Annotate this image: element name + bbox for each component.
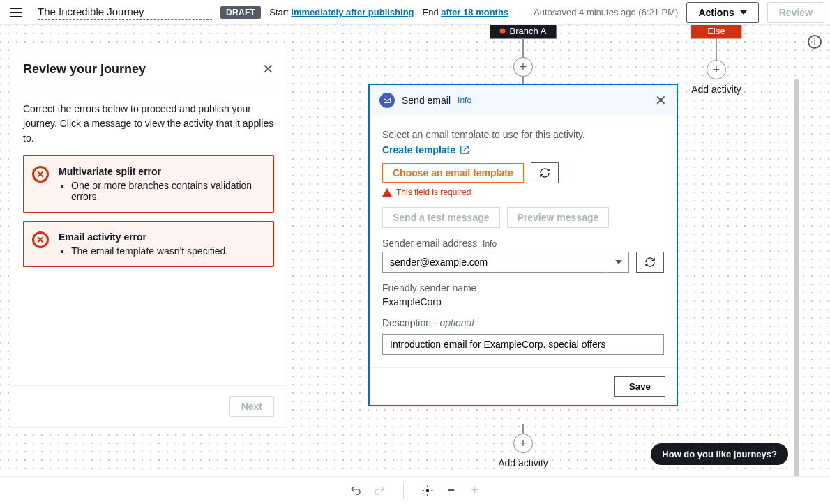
error-icon: ✕ (32, 166, 49, 183)
friendly-name-value: ExampleCorp (382, 296, 664, 307)
end-label: End (423, 7, 439, 17)
info-icon[interactable]: i (808, 35, 822, 49)
end-schedule: End after 18 months (423, 7, 509, 17)
redo-button[interactable] (370, 481, 389, 501)
else-label: Else (707, 26, 725, 36)
journey-name-input[interactable]: The Incredible Journey (38, 6, 212, 20)
undo-icon (349, 484, 362, 497)
recenter-button[interactable] (418, 481, 437, 501)
review-button[interactable]: Review (767, 2, 824, 23)
review-panel-header: Review your journey ✕ (10, 49, 287, 89)
bottom-toolbar: − + (0, 476, 830, 504)
send-email-body: Select an email template to use for this… (370, 116, 677, 367)
refresh-senders-button[interactable] (636, 252, 664, 273)
optional-hint: optional (439, 317, 474, 328)
menu-icon[interactable] (10, 8, 22, 17)
connector-line (716, 38, 717, 60)
add-activity-label-else: Add activity (691, 84, 741, 95)
connector-line (522, 38, 524, 57)
send-test-button[interactable]: Send a test message (382, 207, 500, 228)
end-link[interactable]: after 18 months (441, 7, 508, 17)
add-step-button-else[interactable]: + (707, 60, 726, 79)
save-button[interactable]: Save (614, 376, 665, 397)
external-link-icon (460, 145, 469, 155)
actions-label: Actions (698, 7, 734, 18)
redo-icon (373, 484, 386, 497)
top-bar: The Incredible Journey DRAFT Start Immed… (0, 0, 830, 25)
info-link[interactable]: Info (458, 96, 471, 105)
svg-point-1 (425, 489, 429, 492)
start-label: Start (269, 7, 288, 17)
review-intro-text: Correct the errors below to proceed and … (23, 102, 274, 146)
add-activity-label-after: Add activity (498, 457, 548, 468)
sender-email-dropdown[interactable] (608, 252, 629, 273)
review-panel-footer: Next (10, 385, 287, 427)
next-button[interactable]: Next (229, 396, 274, 417)
warning-icon (382, 188, 392, 197)
refresh-icon (539, 167, 550, 178)
zoom-in-button[interactable]: + (465, 481, 485, 501)
start-schedule: Start Immediately after publishing (269, 7, 414, 17)
error-title: Email activity error (59, 231, 264, 243)
close-icon[interactable]: ✕ (655, 92, 667, 109)
info-link[interactable]: Info (483, 239, 497, 249)
description-input[interactable] (382, 334, 664, 355)
friendly-name-label: Friendly sender name (382, 282, 664, 293)
error-card-multivariate[interactable]: ✕ Multivariate split error One or more b… (23, 155, 274, 213)
feedback-pill[interactable]: How do you like journeys? (651, 443, 788, 465)
scrollbar-thumb[interactable] (794, 79, 799, 491)
caret-down-icon (615, 260, 622, 264)
review-panel-body: Correct the errors below to proceed and … (10, 89, 287, 288)
email-icon (379, 93, 395, 108)
draft-badge: DRAFT (220, 6, 261, 19)
choose-template-button[interactable]: Choose an email template (382, 163, 524, 183)
add-step-button-after-email[interactable]: + (513, 434, 533, 453)
divider (403, 483, 404, 498)
branch-a-label: Branch A (510, 26, 547, 36)
preview-button[interactable]: Preview message (507, 207, 610, 228)
send-email-panel: Send email Info ✕ Select an email templa… (368, 84, 678, 406)
refresh-templates-button[interactable] (531, 162, 559, 183)
send-email-title: Send email (402, 95, 451, 106)
sender-email-input[interactable] (382, 252, 608, 273)
autosave-text: Autosaved 4 minutes ago (6:21 PM) (534, 7, 678, 17)
error-card-email[interactable]: ✕ Email activity error The email templat… (23, 221, 274, 267)
add-step-button-branch-a[interactable]: + (513, 57, 533, 77)
create-template-label: Create template (382, 144, 455, 155)
start-link[interactable]: Immediately after publishing (291, 7, 414, 17)
error-message: The email template wasn't specified. (71, 245, 264, 257)
create-template-link[interactable]: Create template (382, 144, 469, 155)
review-panel: Review your journey ✕ Correct the errors… (10, 49, 287, 427)
error-dot-icon (500, 28, 506, 33)
refresh-icon (644, 257, 656, 268)
template-required-error: This field is required (382, 188, 664, 197)
template-hint: Select an email template to use for this… (382, 129, 664, 140)
description-label: Description - optional (382, 317, 664, 328)
zoom-out-button[interactable]: − (442, 481, 461, 501)
sender-email-label: Sender email address Info (382, 238, 664, 249)
caret-down-icon (740, 10, 747, 15)
close-icon[interactable]: ✕ (262, 61, 274, 77)
error-text: This field is required (396, 188, 471, 197)
error-icon: ✕ (32, 231, 49, 248)
target-icon (421, 484, 434, 497)
undo-button[interactable] (346, 481, 365, 501)
error-title: Multivariate split error (59, 166, 264, 177)
send-email-footer: Save (370, 367, 677, 405)
connector-line (522, 424, 524, 434)
review-title: Review your journey (23, 62, 146, 77)
send-email-header: Send email Info ✕ (370, 85, 677, 116)
error-message: One or more branches contains validation… (71, 180, 264, 202)
actions-button[interactable]: Actions (686, 2, 758, 23)
